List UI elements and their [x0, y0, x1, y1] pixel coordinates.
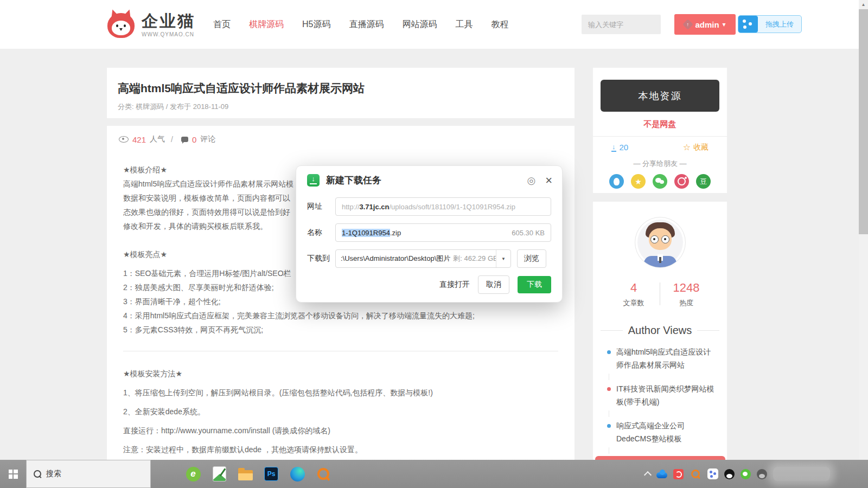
section-divider: [123, 351, 558, 351]
path-dropdown-button[interactable]: ▼: [496, 250, 510, 267]
tray-onedrive[interactable]: [656, 470, 667, 478]
cat-logo-icon: [107, 9, 136, 40]
taskbar-apps: e Ps: [184, 460, 332, 488]
share-app-icon: [707, 468, 718, 479]
list-connector: [609, 374, 609, 380]
eye-icon: [119, 136, 129, 143]
gear-icon[interactable]: ◎: [527, 175, 535, 187]
upload-label: 拖拽上传: [758, 16, 801, 33]
header-search: [582, 15, 661, 34]
nav-item-tutorial[interactable]: 教程: [491, 19, 508, 30]
app-file-explorer[interactable]: [237, 460, 254, 488]
tray-chevron-up[interactable]: [645, 471, 650, 478]
open-directly-button[interactable]: 直接打开: [439, 280, 470, 290]
name-label: 名称: [307, 228, 335, 237]
tray-wechat[interactable]: [741, 469, 751, 479]
body-line: ★模板安装方法★: [123, 364, 558, 383]
image-viewer-icon: [213, 466, 226, 481]
comment-icon: [181, 137, 188, 142]
chevron-up-icon: [644, 471, 652, 478]
chevron-down-icon: ▾: [723, 21, 726, 28]
download-task-icon: ↓: [307, 174, 320, 187]
url-field[interactable]: http://3.71jc.cn/uploads/soft/181109/1-1…: [335, 197, 551, 216]
app-edge[interactable]: [289, 460, 306, 488]
qq-share-icon[interactable]: [609, 174, 624, 189]
bullet-icon: [607, 387, 611, 391]
orange-magnifier-icon: [691, 470, 700, 478]
body-line: 1、将压缩包上传到空间，解压到网站根目录。(压缩包包括整站代码,包括程序、数据与…: [123, 383, 558, 402]
search-input[interactable]: [582, 21, 684, 29]
cancel-button[interactable]: 取消: [478, 275, 509, 294]
weibo-share-icon[interactable]: [674, 174, 689, 189]
page-scrollbar[interactable]: ▲: [859, 0, 868, 460]
app-360-browser[interactable]: e: [184, 460, 202, 488]
download-button[interactable]: 下载: [518, 276, 551, 293]
orange-magnifier-icon: [317, 468, 329, 480]
system-tray: [645, 460, 830, 488]
favorite-button[interactable]: ☆ 收藏: [683, 142, 709, 152]
share-title: — 分享给朋友 —: [593, 159, 727, 169]
local-resource-button[interactable]: 本地资源: [601, 80, 719, 112]
list-item[interactable]: 响应式高端企业公司DedeCMS整站模板: [607, 419, 716, 445]
douban-share-icon[interactable]: 豆: [696, 174, 711, 189]
avatar[interactable]: [635, 217, 686, 268]
brand-name: 企业猫: [142, 12, 195, 30]
qzone-share-icon[interactable]: ★: [631, 174, 646, 189]
nav-item-h5-source[interactable]: H5源码: [302, 19, 330, 30]
close-icon[interactable]: ×: [545, 175, 552, 187]
start-button[interactable]: [0, 460, 26, 488]
watermark-blur: [773, 467, 830, 481]
vip-icon: ↑: [682, 19, 693, 30]
body-line: 注意：安装过程中，数据库前缀默认dede ，其他选项请保持默认设置。: [123, 440, 558, 459]
admin-label: admin: [695, 20, 719, 29]
scrollbar-up-arrow[interactable]: ▲: [859, 0, 868, 9]
taskbar-search[interactable]: 搜索: [26, 460, 151, 488]
tray-qq[interactable]: [724, 469, 735, 479]
tray-share-app[interactable]: [707, 468, 718, 479]
wechat-icon: [741, 469, 751, 479]
selected-text: 1-1Q1091R954: [342, 229, 390, 237]
list-item[interactable]: 高端html5响应式自适应设计师作品素材展示网站: [607, 345, 716, 371]
list-item[interactable]: IT科技资讯新闻类织梦网站模板(带手机端): [607, 382, 716, 408]
folder-icon: [238, 470, 253, 480]
edge-icon: [290, 467, 305, 481]
qq-icon: [724, 469, 735, 479]
app-image-viewer[interactable]: [210, 460, 228, 488]
drag-upload-button[interactable]: 拖拽上传: [738, 15, 802, 33]
name-field[interactable]: 1-1Q1091R954 .zip 605.30 KB: [335, 223, 551, 242]
heat-count: 1248: [660, 281, 712, 295]
app-360-search[interactable]: [315, 460, 332, 488]
author-views-heading: Author Views: [601, 324, 719, 337]
scrollbar-thumb[interactable]: [859, 9, 868, 234]
search-icon: [34, 470, 41, 478]
admin-button[interactable]: ↑ admin ▾: [674, 14, 736, 35]
free-space: 剩: 462.29 GB: [453, 254, 496, 264]
nav-item-tools[interactable]: 工具: [455, 19, 473, 30]
nav-item-board-source[interactable]: 棋牌源码: [249, 19, 284, 30]
tray-hidden-icon[interactable]: [757, 469, 767, 479]
path-label: 下载到: [307, 254, 335, 264]
view-count-label: 人气: [150, 134, 165, 144]
path-field[interactable]: :\Users\Administrator\Desktop\图片 剩: 462.…: [335, 249, 511, 268]
heat-count-label: 热度: [660, 298, 712, 308]
nav-item-live-source[interactable]: 直播源码: [349, 19, 384, 30]
file-size: 605.30 KB: [512, 229, 545, 237]
share-row: ★ 豆: [593, 174, 727, 189]
site-logo[interactable]: 企业猫 WWW.QYMAO.CN: [107, 9, 195, 40]
bullet-icon: [607, 424, 611, 428]
nav-item-site-source[interactable]: 网站源码: [402, 19, 437, 30]
tray-360-safe[interactable]: [673, 469, 684, 479]
comment-count-label[interactable]: 评论: [200, 134, 215, 144]
stats-separator: /: [171, 135, 173, 144]
sidebar-author-card: 4 文章数 1248 热度 Author Views 高端html5响应式自适应…: [593, 202, 727, 460]
wechat-share-icon[interactable]: [653, 174, 667, 189]
bullet-icon: [607, 350, 611, 354]
cloud-icon: [656, 472, 667, 478]
page-title: 高端html5响应式自适应设计师作品素材展示网站: [118, 81, 564, 96]
nav-item-home[interactable]: 首页: [213, 19, 231, 30]
tray-search[interactable]: [690, 468, 701, 480]
share-upload-icon: [738, 16, 758, 33]
browse-button[interactable]: 浏览: [517, 249, 546, 268]
app-photoshop[interactable]: Ps: [263, 460, 280, 488]
download-count[interactable]: ↓ 20: [611, 143, 628, 152]
